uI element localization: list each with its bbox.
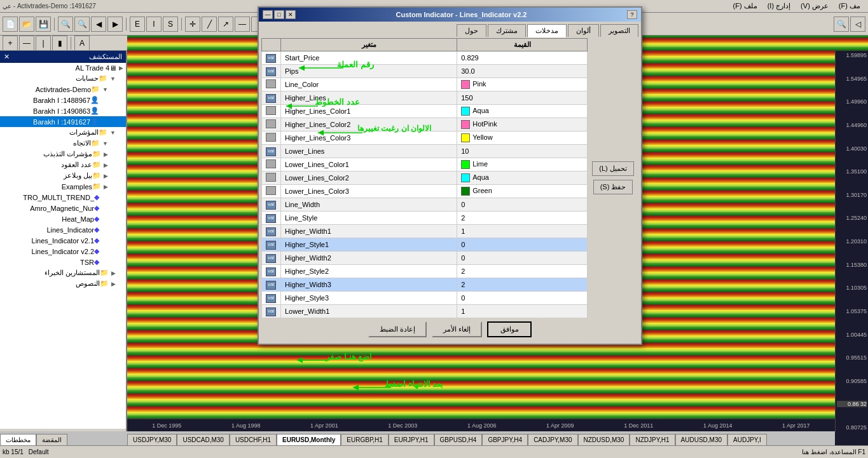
row-value-cell[interactable]: 0 [457, 292, 588, 305]
dialog-close-btn[interactable]: ✕ [286, 10, 296, 19]
row-value-cell[interactable]: Yellow [457, 131, 588, 145]
save-btn[interactable]: 💾 [36, 17, 51, 32]
tab-usdchf[interactable]: USDCHF,H1 [230, 434, 277, 445]
table-row[interactable]: val Higher_Lines 150 [262, 91, 588, 105]
table-row[interactable]: val Lower_Lines 10 [262, 145, 588, 158]
row-value-cell[interactable]: Pink [457, 78, 588, 91]
table-row[interactable]: Lower_Lines_Color1 Lime [262, 158, 588, 172]
tab-nzdusd[interactable]: NZDUSD,M30 [578, 434, 630, 445]
tree-item-tro[interactable]: ◆ _TRO_MULTI_TREND [0, 192, 126, 203]
candle-btn[interactable]: ▮ [52, 36, 67, 51]
table-row[interactable]: val Higher_Width3 2 [262, 278, 588, 292]
tab-audjpy[interactable]: AUDJPY,I [727, 434, 767, 445]
tree-item-lines[interactable]: ◆ Lines_Indicator [0, 224, 126, 235]
tree-item-lines21[interactable]: ◆ Lines_Indicator v2.1 [0, 235, 126, 246]
row-value-cell[interactable]: 150 [457, 91, 588, 105]
tab-tasawor[interactable]: التصوير [600, 24, 638, 37]
tab-madakhalat[interactable]: مدخلات [527, 24, 567, 37]
table-row[interactable]: Lower_Lines_Color2 Aqua [262, 172, 588, 185]
menu-view[interactable]: عرض (V) [796, 1, 834, 11]
tree-item-heatmap[interactable]: ◆ Heat_Map [0, 213, 126, 224]
zoom-in-btn[interactable]: 🔍 [58, 17, 73, 32]
sidebar-tab-account[interactable]: المقضة [36, 434, 67, 445]
table-row[interactable]: val Higher_Style1 0 [262, 238, 588, 252]
table-row[interactable]: Line_Color Pink [262, 78, 588, 91]
table-row[interactable]: val Pips 30.0 [262, 65, 588, 78]
table-row[interactable]: Lower_Lines_Color3 Green [262, 185, 588, 198]
save-btn[interactable]: حفظ (S) [593, 180, 633, 194]
row-value-cell[interactable]: 30.0 [457, 65, 588, 78]
sidebar-content[interactable]: ▶ 🖥 AL Trade 4 ▼ 📁 حسابات ▼ 📁 Activtrade… [0, 63, 126, 429]
minus-btn[interactable]: — [19, 36, 34, 51]
table-row[interactable]: Higher_Lines_Color1 Aqua [262, 105, 588, 118]
tab-eurusd[interactable]: EURUSD,Monthly [277, 434, 341, 445]
tab-gbpusd[interactable]: GBPUSD,H4 [434, 434, 483, 445]
tab-usdjpy[interactable]: USDJPY,M30 [127, 434, 177, 445]
tree-item-activtrades[interactable]: ▼ 📁 Activtrades-Demo [0, 84, 126, 95]
tab-cadjpy[interactable]: CADJPY,M30 [528, 434, 577, 445]
table-row[interactable]: val Line_Width 0 [262, 198, 588, 212]
tree-item-trend[interactable]: ▼ 📁 الاتجاه [0, 138, 126, 149]
row-value-cell[interactable]: 1 [457, 225, 588, 238]
menu-insert[interactable]: إدارج (I) [762, 1, 796, 11]
back-btn[interactable]: ◀ [91, 17, 106, 32]
params-table-wrapper[interactable]: متغير القيمة val Start_Price 0.829 [261, 38, 588, 318]
tree-item-scripts[interactable]: ▶ 📁 النصوص [0, 278, 126, 289]
tab-audusd[interactable]: AUDUSD,M30 [675, 434, 727, 445]
table-row[interactable]: val Start_Price 0.829 [262, 51, 588, 65]
menu-mf[interactable]: مف (F) [834, 1, 865, 11]
auto-btn[interactable]: A [74, 36, 90, 51]
row-value-cell[interactable]: 0 [457, 198, 588, 212]
tree-item-indicators[interactable]: ▼ 📁 المؤشرات [0, 127, 126, 138]
ok-btn[interactable]: موافق [487, 321, 532, 337]
tab-usdcad[interactable]: USDCAD,M30 [177, 434, 229, 445]
row-value-cell[interactable]: HotPink [457, 118, 588, 131]
tree-item-account3[interactable]: 👤 1491627: Barakh I [0, 116, 126, 127]
table-row[interactable]: Higher_Lines_Color3 Yellow [262, 131, 588, 145]
tree-item-lines22[interactable]: ◆ Lines_Indicator v2.2 [0, 246, 126, 257]
tree-item-amro[interactable]: ◆ Amro_Magnetic_Nur [0, 203, 126, 213]
row-value-cell[interactable]: 0 [457, 252, 588, 265]
tree-item-account2[interactable]: 👤 1490863: Barakh I [0, 105, 126, 116]
open-btn[interactable]: 📂 [19, 17, 34, 32]
tree-item-account1[interactable]: 👤 1488967: Barakh I [0, 95, 126, 105]
table-row[interactable]: val Higher_Width1 1 [262, 225, 588, 238]
row-value-cell[interactable]: 2 [457, 212, 588, 225]
tree-item-oscillators[interactable]: ▶ 📁 مؤشرات التذبذب [0, 149, 126, 159]
tab-nzdjpy[interactable]: NZDJPY,H1 [630, 434, 675, 445]
table-row[interactable]: val Higher_Style2 2 [262, 265, 588, 278]
load-btn[interactable]: تحميل (L) [592, 161, 634, 176]
forward-btn[interactable]: ▶ [107, 17, 123, 32]
row-value-cell[interactable]: Aqua [457, 105, 588, 118]
settings-btn[interactable]: ◁ [850, 17, 865, 32]
tree-item-accounts[interactable]: ▼ 📁 حسابات [0, 73, 126, 84]
table-row[interactable]: Higher_Lines_Color2 HotPink [262, 118, 588, 131]
add-btn[interactable]: + [3, 36, 18, 51]
cancel-btn[interactable]: إلغاء الأمر [432, 321, 482, 337]
tree-item-experts[interactable]: ▶ 📁 المستشارين الخبراء [0, 267, 126, 278]
table-row[interactable]: val Higher_Width2 0 [262, 252, 588, 265]
tree-item-volumes[interactable]: ▶ 📁 عدد العقود [0, 159, 126, 170]
reset-btn[interactable]: إعادة الضبط [368, 321, 427, 337]
row-value-cell[interactable]: 2 [457, 278, 588, 292]
tree-item-bill[interactable]: ▶ 📁 بيل وبلاعز [0, 170, 126, 181]
table-row[interactable]: val Line_Style 2 [262, 212, 588, 225]
dialog-minimize-btn[interactable]: — [263, 10, 273, 19]
row-value-cell[interactable]: Green [457, 185, 588, 198]
zoom-out-btn[interactable]: 🔍 [74, 17, 90, 32]
row-value-cell[interactable]: 0.829 [457, 51, 588, 65]
tree-item-tsr[interactable]: ◆ TSR [0, 257, 126, 267]
new-btn[interactable]: 📄 [3, 17, 18, 32]
row-value-cell[interactable]: 0 [457, 238, 588, 252]
row-value-cell[interactable]: Aqua [457, 172, 588, 185]
tree-item-examples[interactable]: ▶ 📁 Examples [0, 181, 126, 192]
row-value-cell[interactable]: 10 [457, 145, 588, 158]
tab-eurgbp[interactable]: EURGBP,H1 [341, 434, 389, 445]
tab-hawl[interactable]: حول [457, 24, 486, 37]
bar-btn[interactable]: | [36, 36, 51, 51]
table-row[interactable]: val Lower_Width1 1 [262, 305, 588, 318]
tab-mushtarak[interactable]: مشترك [488, 24, 526, 37]
tab-alwan[interactable]: ألوان [568, 24, 599, 37]
tab-eurjpy[interactable]: EURJPY,H1 [389, 434, 434, 445]
row-value-cell[interactable]: 2 [457, 265, 588, 278]
